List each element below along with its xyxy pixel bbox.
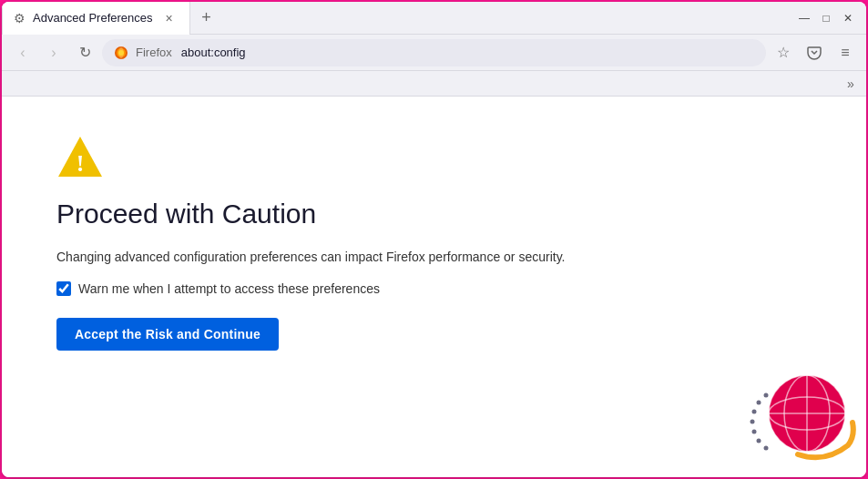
svg-point-7 xyxy=(752,410,757,414)
svg-text:!: ! xyxy=(77,150,85,177)
toolbar: » xyxy=(2,71,866,97)
globe-logo-icon xyxy=(739,350,857,468)
warn-checkbox[interactable] xyxy=(56,281,71,296)
warn-checkbox-row: Warn me when I attempt to access these p… xyxy=(56,281,565,296)
maximize-button[interactable]: □ xyxy=(819,11,833,25)
tab-settings-icon: ⚙ xyxy=(14,11,26,25)
new-tab-button[interactable]: + xyxy=(190,2,223,34)
toolbar-chevron-button[interactable]: » xyxy=(839,72,863,96)
menu-button[interactable]: ≡ xyxy=(832,39,859,66)
svg-point-5 xyxy=(764,393,769,398)
warning-triangle-icon: ! xyxy=(56,133,104,180)
firefox-logo-icon xyxy=(114,46,128,60)
address-brand: Firefox xyxy=(136,46,172,59)
svg-point-9 xyxy=(752,430,757,434)
svg-point-8 xyxy=(751,420,755,424)
pocket-icon xyxy=(807,46,822,60)
pocket-button[interactable] xyxy=(801,39,828,66)
address-bar[interactable]: Firefox about:config xyxy=(102,39,766,66)
warning-icon: ! xyxy=(56,133,104,180)
tab-title: Advanced Preferences xyxy=(33,11,153,25)
page-heading: Proceed with Caution xyxy=(56,199,565,229)
nav-bar: ‹ › ↻ Firefox about:config ☆ ≡ xyxy=(2,35,866,71)
page-description: Changing advanced configuration preferen… xyxy=(56,248,565,267)
tabs-area: ⚙ Advanced Preferences × + xyxy=(2,2,786,34)
tab-close-button[interactable]: × xyxy=(160,9,179,27)
address-url: about:config xyxy=(181,46,246,59)
minimize-button[interactable]: — xyxy=(797,11,812,25)
svg-point-6 xyxy=(757,401,761,405)
page-content: ! Proceed with Caution Changing advanced… xyxy=(2,97,866,477)
svg-point-10 xyxy=(757,439,761,443)
active-tab[interactable]: ⚙ Advanced Preferences × xyxy=(2,2,190,34)
main-content: ! Proceed with Caution Changing advanced… xyxy=(56,133,565,351)
close-button[interactable]: ✕ xyxy=(841,11,855,25)
globe-decoration xyxy=(739,350,857,468)
bookmark-button[interactable]: ☆ xyxy=(770,39,797,66)
forward-button[interactable]: › xyxy=(40,39,67,66)
svg-point-11 xyxy=(764,446,769,451)
title-bar: ⚙ Advanced Preferences × + — □ ✕ xyxy=(2,2,866,35)
accept-risk-button[interactable]: Accept the Risk and Continue xyxy=(56,318,279,351)
browser-window: ⚙ Advanced Preferences × + — □ ✕ ‹ › ↻ F… xyxy=(2,2,866,477)
back-button[interactable]: ‹ xyxy=(9,39,36,66)
window-controls: — □ ✕ xyxy=(786,2,866,34)
reload-button[interactable]: ↻ xyxy=(71,39,98,66)
warn-checkbox-label: Warn me when I attempt to access these p… xyxy=(78,281,380,296)
